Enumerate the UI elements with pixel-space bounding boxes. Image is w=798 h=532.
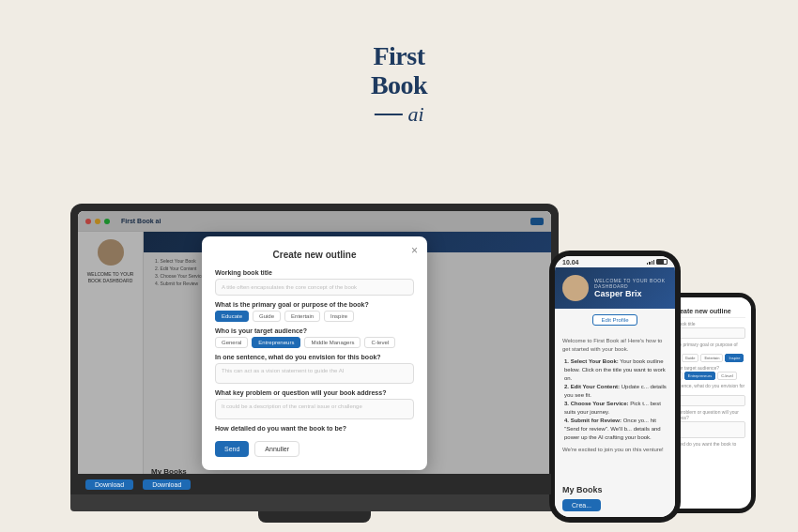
- modal-overlay[interactable]: × Create new outline Working book title …: [78, 211, 551, 494]
- logo-line1: First: [371, 42, 427, 71]
- tag-c-level[interactable]: C-level: [364, 337, 395, 348]
- laptop: First Book ai WELCOME TO YOUR BOOK DASHB…: [70, 204, 559, 523]
- tag-inspire[interactable]: Inspire: [324, 311, 354, 322]
- p2-tag-clevel[interactable]: C-level: [717, 372, 736, 380]
- tag-entrepreneurs[interactable]: Entrepreneurs: [252, 337, 300, 348]
- logo: First Book ai: [371, 42, 427, 127]
- tag-middle-managers[interactable]: Middle Managers: [304, 337, 361, 348]
- modal-cancel-button[interactable]: Annuller: [254, 441, 299, 457]
- modal-audience-tags: General Entrepreneurs Middle Managers C-…: [215, 337, 414, 348]
- p2-tag-inspire[interactable]: Inspire: [725, 354, 744, 362]
- phone-banner: WELCOME TO YOUR BOOK DASHBOARD Casper Br…: [555, 267, 675, 309]
- modal-purpose-tags: Educate Guide Entertain Inspire: [215, 311, 414, 322]
- phone-welcome-small: WELCOME TO YOUR BOOK DASHBOARD: [594, 278, 668, 289]
- modal-working-title-input[interactable]: A title often encapsulates the core conc…: [215, 279, 414, 296]
- phone-icons: [647, 259, 668, 265]
- p2-tag-guide[interactable]: Guide: [682, 354, 699, 362]
- phone-footer: My Books Crea...: [555, 479, 675, 517]
- phone-username: Casper Brix: [594, 289, 668, 298]
- modal-vision-label: In one sentence, what do you envision fo…: [215, 354, 414, 360]
- phone-step-4: 4. Submit for Review: Once yo... hit "Se…: [562, 417, 668, 442]
- modal-detail-label: How detailed do you want the book to be?: [215, 425, 414, 432]
- phone-cta-button[interactable]: Crea...: [562, 499, 601, 511]
- logo-ai: ai: [407, 102, 423, 127]
- phone-avatar: [562, 275, 589, 301]
- edit-profile-button[interactable]: Edit Profile: [592, 314, 637, 326]
- modal-footer: Send Annuller: [215, 441, 414, 457]
- modal-close-button[interactable]: ×: [411, 244, 418, 257]
- phone-intro-text: Welcome to First Book ai! Here's how to …: [562, 337, 668, 354]
- p2-tag-entrepreneurs[interactable]: Entrepreneurs: [684, 372, 715, 380]
- modal-problem-label: What key problem or question will your b…: [215, 389, 414, 396]
- modal-vision-input[interactable]: This can act as a vision statement to gu…: [215, 363, 414, 384]
- create-outline-modal: × Create new outline Working book title …: [202, 236, 427, 470]
- modal-problem-input[interactable]: It could be a description of the central…: [215, 399, 414, 419]
- logo-line2: Book: [371, 71, 427, 100]
- modal-title: Create new outline: [215, 250, 414, 260]
- p2-tag-entertain[interactable]: Entertain: [700, 354, 723, 362]
- modal-working-title-label: Working book title: [215, 269, 414, 276]
- tag-guide[interactable]: Guide: [253, 311, 281, 322]
- laptop-download-bar: Download Download: [78, 474, 551, 494]
- phone-step-1: 1. Select Your Book: Your book outline b…: [562, 357, 668, 383]
- tag-educate[interactable]: Educate: [215, 311, 249, 322]
- phone-status-bar: 10.04: [555, 256, 675, 267]
- tag-entertain[interactable]: Entertain: [284, 311, 320, 322]
- phone-banner-text: WELCOME TO YOUR BOOK DASHBOARD Casper Br…: [594, 278, 668, 298]
- modal-audience-label: Who is your target audience?: [215, 327, 414, 334]
- tag-general[interactable]: General: [215, 337, 248, 348]
- download-btn-2[interactable]: Download: [143, 479, 191, 490]
- laptop-base: [70, 494, 559, 511]
- phone-battery: [656, 259, 668, 265]
- phone-1: 10.04: [549, 251, 681, 523]
- phone-step-2: 2. Edit Your Content: Update c... detail…: [562, 383, 668, 400]
- modal-send-button[interactable]: Send: [215, 441, 249, 457]
- phone-step-3: 3. Choose Your Service: Pick t... best s…: [562, 400, 668, 417]
- phone-footer-text: We're excited to join you on this ventur…: [562, 446, 668, 454]
- phone-my-books: My Books: [562, 485, 668, 494]
- devices-container: First Book ai WELCOME TO YOUR BOOK DASHB…: [42, 175, 756, 532]
- logo-dash: [374, 114, 402, 115]
- phone-content: WELCOME TO YOUR BOOK DASHBOARD Casper Br…: [555, 267, 675, 517]
- phone-1-screen: 10.04: [555, 256, 675, 517]
- phone-time: 10.04: [562, 259, 579, 266]
- download-btn-1[interactable]: Download: [85, 479, 133, 490]
- modal-purpose-label: What is the primary goal or purpose of t…: [215, 301, 414, 308]
- laptop-foot: [258, 511, 371, 523]
- phone-body: Welcome to First Book ai! Here's how to …: [555, 331, 675, 464]
